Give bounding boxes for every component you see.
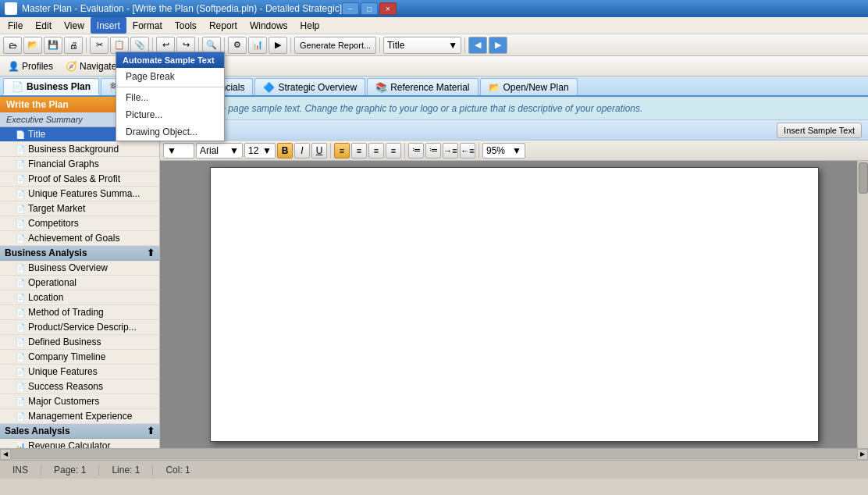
sidebar-item-major-customers[interactable]: 📄 Major Customers	[0, 394, 159, 409]
sidebar-item-company-timeline[interactable]: 📄 Company Timeline	[0, 350, 159, 365]
menu-drawing-object[interactable]: Drawing Object...	[116, 123, 224, 141]
title-dropdown[interactable]: Title ▼	[383, 37, 461, 54]
sidebar-item-success-reasons[interactable]: 📄 Success Reasons	[0, 379, 159, 394]
toolbar-sep-2	[152, 37, 153, 53]
font-size-dropdown[interactable]: 12 ▼	[244, 143, 276, 158]
menu-edit[interactable]: Edit	[29, 17, 58, 34]
save-button[interactable]: 💾	[44, 37, 62, 54]
sidebar-item-competitors[interactable]: 📄 Competitors	[0, 216, 159, 231]
nav-back-button[interactable]: ◀	[468, 37, 487, 54]
toolbar-sep-7	[464, 37, 465, 53]
sidebar-item-location[interactable]: 📄 Location	[0, 290, 159, 305]
sidebar-item-unique-features-2[interactable]: 📄 Unique Features	[0, 365, 159, 379]
sidebar-item-method-trading[interactable]: 📄 Method of Trading	[0, 305, 159, 320]
align-left-button[interactable]: ≡	[334, 143, 350, 158]
sidebar-item-biz-overview[interactable]: 📄 Business Overview	[0, 261, 159, 276]
doc-icon-18: 📄	[16, 412, 25, 421]
automate-sample-text-button[interactable]: Automate Sample Text	[116, 52, 224, 68]
menu-view[interactable]: View	[58, 17, 91, 34]
scrollbar-thumb[interactable]	[859, 162, 868, 194]
generate-report-button[interactable]: Generate Report...	[294, 37, 376, 54]
menu-windows[interactable]: Windows	[244, 17, 294, 34]
tab-open-new-plan[interactable]: 📂 Open/New Plan	[480, 78, 578, 95]
sidebar-item-proof-sales[interactable]: 📄 Proof of Sales & Profit	[0, 172, 159, 187]
tab-icon-strategic: 🔷	[263, 82, 275, 93]
sales-analysis-header[interactable]: Sales Analysis ⬆	[0, 424, 159, 439]
menu-divider-1	[116, 87, 224, 87]
sidebar-item-defined-biz[interactable]: 📄 Defined Business	[0, 335, 159, 350]
menu-format[interactable]: Format	[126, 17, 169, 34]
status-col: Col: 1	[159, 465, 196, 475]
maximize-button[interactable]: □	[361, 2, 378, 15]
profiles-button[interactable]: 👤 Profiles	[3, 59, 58, 74]
app-icon	[5, 2, 17, 15]
font-name-dropdown[interactable]: Arial ▼	[196, 143, 243, 158]
doc-icon-1: 📄	[16, 145, 25, 154]
navigate-button[interactable]: 🧭 Navigate	[61, 59, 121, 74]
indent-increase-button[interactable]: →≡	[443, 143, 458, 158]
menu-file[interactable]: File...	[116, 89, 224, 106]
nav-forward-button[interactable]: ▶	[489, 37, 507, 54]
menu-tools[interactable]: Tools	[169, 17, 203, 34]
format-toolbar: ▼ Arial ▼ 12 ▼ B I U ≡ ≡ ≡ ≡ ≔ ≔ →≡ ←≡	[160, 141, 868, 161]
font-style-dropdown[interactable]: ▼	[163, 143, 194, 158]
scroll-right-button[interactable]: ▶	[857, 449, 868, 460]
tab-strategic-overview[interactable]: 🔷 Strategic Overview	[254, 78, 365, 95]
business-analysis-header[interactable]: Business Analysis ⬆	[0, 246, 159, 261]
bold-button[interactable]: B	[277, 143, 293, 158]
menu-picture[interactable]: Picture...	[116, 106, 224, 123]
doc-icon-12: 📄	[16, 323, 25, 332]
sidebar-item-biz-background[interactable]: 📄 Business Background	[0, 142, 159, 157]
sidebar-item-product-service[interactable]: 📄 Product/Service Descrip...	[0, 320, 159, 335]
tab-label-business: Business Plan	[27, 81, 91, 92]
tab-icon-open: 📂	[489, 82, 500, 93]
zoom-dropdown[interactable]: 95% ▼	[482, 143, 525, 158]
insert-dropdown-menu: Automate Sample Text Page Break File... …	[116, 52, 225, 141]
indent-decrease-button[interactable]: ←≡	[460, 143, 475, 158]
align-center-button[interactable]: ≡	[351, 143, 367, 158]
list-ordered-button[interactable]: ≔	[408, 143, 424, 158]
sidebar-item-operational[interactable]: 📄 Operational	[0, 276, 159, 290]
insert-sample-text-button[interactable]: Insert Sample Text	[777, 123, 862, 138]
print-button[interactable]: 🖨	[64, 37, 83, 54]
align-right-button[interactable]: ≡	[368, 143, 384, 158]
tab-business-plan[interactable]: 📄 Business Plan	[3, 78, 99, 95]
cut-button[interactable]: ✂	[90, 37, 108, 54]
vertical-scrollbar[interactable]	[857, 161, 868, 448]
list-unordered-button[interactable]: ≔	[425, 143, 441, 158]
menu-file[interactable]: File	[2, 17, 29, 34]
close-button[interactable]: ×	[379, 2, 397, 15]
align-justify-button[interactable]: ≡	[386, 143, 401, 158]
doc-icon-9: 📄	[16, 279, 25, 287]
open-button[interactable]: 📂	[23, 37, 42, 54]
tb-extra3[interactable]: ▶	[269, 37, 287, 54]
sidebar-item-revenue[interactable]: 📊 Revenue Calculator	[0, 439, 159, 448]
tb-extra2[interactable]: 📊	[248, 37, 267, 54]
sidebar-item-target-market[interactable]: 📄 Target Market	[0, 201, 159, 216]
underline-button[interactable]: U	[311, 143, 327, 158]
status-sep-1	[41, 465, 41, 475]
sidebar-item-mgmt-exp[interactable]: 📄 Management Experience	[0, 409, 159, 424]
scroll-left-button[interactable]: ◀	[0, 449, 11, 460]
italic-button[interactable]: I	[294, 143, 310, 158]
title-text: Master Plan - Evaluation - [Write the Pl…	[22, 3, 342, 14]
sidebar-item-achievement[interactable]: 📄 Achievement of Goals	[0, 231, 159, 246]
sidebar-item-financial-graphs[interactable]: 📄 Financial Graphs	[0, 157, 159, 172]
tab-reference-material[interactable]: 📚 Reference Material	[367, 78, 478, 95]
tb-extra1[interactable]: ⚙	[228, 37, 247, 54]
doc-icon-title: 📄	[16, 130, 25, 139]
font-size-value: 12	[248, 145, 258, 156]
menu-report[interactable]: Report	[203, 17, 244, 34]
editor-page[interactable]	[210, 167, 819, 442]
font-size-arrow: ▼	[262, 145, 272, 156]
editor-area[interactable]	[160, 161, 868, 448]
new-button[interactable]: 🗁	[3, 37, 22, 54]
profiles-icon: 👤	[8, 61, 20, 72]
toolbar-sep-1	[86, 37, 87, 53]
menu-page-break[interactable]: Page Break	[116, 68, 224, 85]
menu-insert[interactable]: Insert	[91, 17, 126, 34]
sidebar-item-unique-features[interactable]: 📄 Unique Features Summa...	[0, 187, 159, 201]
menu-help[interactable]: Help	[294, 17, 326, 34]
minimize-button[interactable]: −	[342, 2, 359, 15]
horizontal-scroll-track[interactable]	[11, 449, 857, 459]
